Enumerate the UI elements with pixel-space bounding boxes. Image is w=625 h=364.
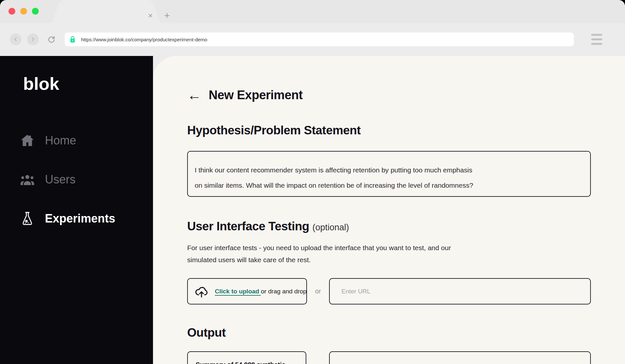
url-bar[interactable] [65, 33, 574, 46]
lock-icon [69, 35, 76, 43]
upload-dropzone[interactable]: Click to upload or drag and drop [187, 278, 307, 304]
hypothesis-heading: Hypothesis/Problem Statement [187, 124, 591, 137]
page-title: New Experiment [209, 88, 303, 102]
chevron-left-icon [13, 37, 18, 42]
browser-tab[interactable] [52, 0, 160, 23]
new-tab-icon[interactable]: + [162, 11, 172, 20]
description-line: For user interface tests - you need to u… [187, 242, 591, 254]
sidebar-item-label: Users [45, 173, 76, 186]
hypothesis-line: I think our content recommender system i… [195, 162, 582, 178]
sidebar-nav: Home Users [0, 133, 153, 250]
page-header: ← New Experiment [187, 88, 591, 102]
maximize-window-button[interactable] [32, 8, 39, 15]
reload-icon [47, 34, 56, 44]
browser-window: × + [0, 0, 625, 364]
summary-card-text: Summary of 54,989 synthetic [196, 360, 296, 364]
sidebar-item-home[interactable]: Home [0, 133, 153, 148]
sidebar-item-users[interactable]: Users [0, 172, 153, 187]
upload-label: Click to upload or drag and drop [215, 288, 307, 295]
description-line: simulated users will take care of the re… [187, 254, 591, 266]
tab-close-icon[interactable]: × [146, 12, 154, 20]
minimize-window-button[interactable] [20, 8, 27, 15]
menu-bar [591, 34, 602, 36]
optional-label: (optional) [312, 222, 349, 232]
browser-navbar [0, 23, 625, 56]
menu-button[interactable] [591, 34, 602, 45]
output-cards: Summary of 54,989 synthetic [187, 351, 591, 364]
window-controls [8, 8, 39, 15]
tab-strip: × + [0, 0, 625, 23]
menu-bar [591, 38, 602, 40]
close-window-button[interactable] [8, 8, 15, 15]
back-button[interactable] [10, 34, 21, 45]
hypothesis-textarea[interactable]: I think our content recommender system i… [187, 151, 591, 197]
cloud-upload-icon [194, 284, 209, 299]
hypothesis-line: on similar items. What will the impact o… [195, 178, 582, 193]
upload-link[interactable]: Click to upload [215, 288, 261, 296]
output-heading: Output [187, 326, 591, 340]
url-input[interactable] [81, 37, 574, 42]
ui-testing-heading-text: User Interface Testing [187, 220, 309, 233]
chevron-right-icon [30, 37, 35, 42]
forward-button[interactable] [27, 34, 39, 45]
main-content: ← New Experiment Hypothesis/Problem Stat… [153, 56, 625, 364]
blok-logo: blok [23, 74, 59, 94]
menu-bar [591, 43, 602, 45]
app-area: blok Home [0, 56, 625, 364]
sidebar-item-label: Experiments [45, 212, 115, 225]
or-separator: or [307, 288, 329, 295]
sidebar: blok Home [0, 56, 153, 364]
flask-icon [20, 211, 35, 226]
sidebar-item-experiments[interactable]: Experiments [0, 211, 153, 226]
upload-row: Click to upload or drag and drop or [187, 278, 591, 304]
sidebar-item-label: Home [45, 134, 76, 147]
back-arrow-icon[interactable]: ← [187, 88, 201, 102]
reload-button[interactable] [46, 34, 57, 45]
home-icon [20, 133, 35, 148]
ui-testing-description: For user interface tests - you need to u… [187, 242, 591, 266]
chart-card [329, 351, 591, 364]
ui-testing-heading: User Interface Testing (optional) [187, 220, 591, 233]
summary-card: Summary of 54,989 synthetic [187, 351, 306, 364]
users-icon [20, 172, 35, 187]
upload-suffix: or drag and drop [261, 288, 307, 295]
enter-url-input[interactable] [329, 278, 591, 304]
